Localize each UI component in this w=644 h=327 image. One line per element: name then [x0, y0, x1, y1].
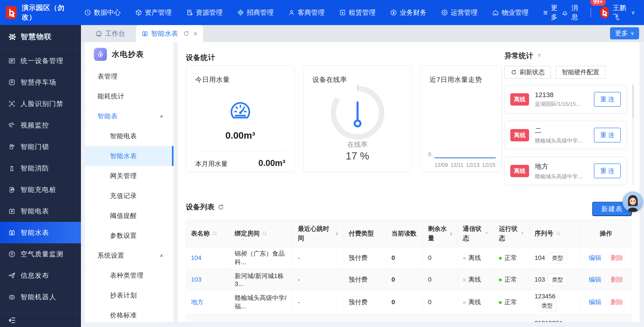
main-content: 设备统计 今日用水量 0.00m³ 本月用水量 0.00m³ 设备在线率 — [178, 42, 640, 322]
user-avatar[interactable] — [600, 6, 609, 18]
filter-funnel-icon[interactable] — [520, 231, 524, 236]
nav-item-customer-mgmt[interactable]: 客商管理 — [288, 8, 325, 17]
user-name[interactable]: 王鹏飞 — [613, 3, 628, 22]
col-comm-status[interactable]: 通信状态 — [458, 220, 494, 247]
sidebar-item-smart-charging[interactable]: 智能充电桩 — [0, 179, 81, 200]
menu-item-threshold-alerts[interactable]: 阈值提醒 — [85, 206, 174, 226]
sidebar-item-smart-robot[interactable]: 智能机器人 — [0, 286, 81, 308]
collapse-sidebar-icon[interactable] — [8, 316, 16, 324]
edit-link[interactable]: 编辑 — [589, 254, 601, 261]
meter-name-link[interactable]: 地方 — [191, 298, 204, 306]
top-nav-menu: 数据中心 资产管理 资源管理 招商管理 客商管理 租赁管理 业务财务 运营管理 … — [84, 8, 528, 17]
sidebar-item-smart-lock[interactable]: 智能门锁 — [0, 136, 81, 158]
nav-more-button[interactable]: ≡更多 — [544, 3, 561, 22]
menu-item-gateway-mgmt[interactable]: 网关管理 — [85, 166, 174, 186]
menu-item-smart-electric-meter[interactable]: 智能电表 — [85, 126, 174, 146]
search-icon[interactable] — [262, 230, 268, 236]
nav-item-investment-mgmt[interactable]: 招商管理 — [237, 8, 274, 17]
sidebar-item-label: 空气质量监测 — [20, 250, 64, 259]
nav-item-lease-mgmt[interactable]: 租赁管理 — [339, 8, 376, 17]
col-meter-name[interactable]: 表名称 — [186, 220, 230, 247]
col-remaining-water[interactable]: 剩余水量▲▼ — [423, 220, 458, 247]
messages-button[interactable]: 消息 99+ — [561, 3, 579, 22]
sidebar-item-air-quality[interactable]: 空气质量监测 — [0, 243, 81, 265]
menu-group-system-settings[interactable]: 系统设置∧ — [85, 246, 174, 266]
sidebar-item-info-publish[interactable]: 信息发布 — [0, 265, 81, 286]
reconnect-button[interactable]: 重 连 — [594, 128, 621, 142]
col-bound-room[interactable]: 绑定房间 — [230, 220, 293, 247]
sidebar-item-smart-electric-meter[interactable]: 智能电表 — [0, 200, 81, 222]
delete-link[interactable]: 删除 — [611, 298, 623, 306]
menu-item-meter-type-mgmt[interactable]: 表种类管理 — [85, 266, 174, 286]
exception-card: 离线 二 赣榆城头高级中学... 重 连 — [504, 121, 626, 150]
reconnect-button[interactable]: 重 连 — [594, 164, 621, 178]
meter-name-link[interactable]: 104 — [191, 254, 202, 261]
meter-name-link[interactable]: 103 — [191, 276, 202, 283]
exception-stats-panel: 异常统计 刷新状态 智能硬件配置 离线 12138 蓝湖国际/1/15/15..… — [504, 51, 630, 185]
reconnect-button[interactable]: 重 连 — [594, 92, 621, 107]
type-tag[interactable]: 类型 — [538, 300, 556, 311]
nav-item-data-center[interactable]: 数据中心 — [84, 8, 121, 17]
sort-icon[interactable]: ▲▼ — [450, 232, 453, 236]
menu-item-reading-plan[interactable]: 抄表计划 — [85, 286, 174, 305]
tabbar-more-button[interactable]: 更多 ∨ — [610, 27, 639, 39]
nav-item-resource-mgmt[interactable]: 资源管理 — [186, 8, 223, 17]
col-run-status[interactable]: 运行状态 — [494, 220, 530, 247]
app-title: 水电抄表 — [112, 49, 144, 60]
sidebar-item-unified-device-mgmt[interactable]: 统一设备管理 — [0, 50, 81, 72]
menu-item-recharge-records[interactable]: 充值记录 — [85, 186, 174, 206]
menu-item-label: 参数设置 — [110, 231, 137, 240]
edit-link[interactable]: 编辑 — [589, 276, 601, 283]
sidebar-item-smart-fire[interactable]: 智能消防 — [0, 158, 81, 179]
edit-link[interactable]: 编辑 — [589, 298, 601, 306]
app-logo[interactable] — [6, 6, 17, 19]
exception-scrollbar[interactable] — [632, 84, 634, 185]
sidebar-item-smart-water-meter[interactable]: 智能水表 — [0, 222, 81, 243]
delete-link[interactable]: 删除 — [611, 276, 623, 283]
messages-label: 消息 — [571, 3, 579, 22]
park-name[interactable]: 演示园区（勿改） — [22, 3, 70, 22]
sidebar-item-label: 智能机器人 — [20, 292, 56, 302]
col-last-heartbeat[interactable]: 最近心跳时间▲▼ — [293, 220, 344, 247]
device-location: 蓝湖国际/1/15/15... — [535, 100, 594, 108]
filter-funnel-icon[interactable] — [484, 231, 489, 236]
robot-icon — [8, 293, 16, 301]
assistant-face-icon — [622, 192, 643, 212]
sort-icon[interactable]: ▲▼ — [336, 232, 339, 236]
type-tag[interactable]: 类型 — [548, 274, 567, 286]
menu-item-price-standard[interactable]: 价格标准 — [85, 305, 174, 322]
filter-funnel-icon[interactable] — [536, 53, 542, 59]
menu-group-smart-meter[interactable]: 智能表∧ — [85, 106, 174, 126]
search-icon[interactable] — [212, 230, 218, 236]
sidebar-item-smart-parking[interactable]: 智慧停车场 — [0, 72, 81, 93]
assistant-avatar[interactable] — [622, 192, 643, 212]
menu-item-smart-water-meter[interactable]: 智能水表 — [85, 146, 174, 166]
tab-workbench[interactable]: 工作台 — [88, 25, 132, 42]
nav-item-operations-mgmt[interactable]: 运营管理 — [441, 8, 478, 17]
user-chevron-down-icon[interactable]: ∨ — [631, 10, 635, 16]
nav-item-property-mgmt[interactable]: 物业管理 — [492, 8, 528, 17]
nav-item-finance[interactable]: 业务财务 — [390, 8, 427, 17]
col-serial[interactable]: 序列号 — [530, 220, 580, 247]
sidebar-item-video-surveillance[interactable]: 视频监控 — [0, 114, 81, 136]
water-gauge-icon — [230, 99, 251, 121]
type-tag[interactable]: 类型 — [548, 252, 567, 264]
menu-item-param-settings[interactable]: 参数设置 — [85, 226, 174, 246]
tab-smart-water-meter[interactable]: 智能水表 × — [136, 25, 203, 42]
menu-item-meter-mgmt[interactable]: 表管理 — [85, 66, 174, 86]
tab-refresh-icon[interactable] — [183, 30, 190, 37]
nav-item-asset-mgmt[interactable]: 资产管理 — [135, 8, 172, 17]
tab-close-icon[interactable]: × — [193, 30, 198, 37]
sidebar-menu: 统一设备管理 智慧停车场 人脸识别门禁 视频监控 智能门锁 智能消防 智能充电桩… — [0, 48, 81, 308]
cell-pay-type: 预付费 — [344, 269, 386, 290]
device-name: 地方 — [535, 162, 594, 171]
refresh-status-button[interactable]: 刷新状态 — [504, 66, 551, 79]
cell-serial: 104类型 — [530, 247, 580, 269]
menu-item-energy-stats[interactable]: 能耗统计 — [85, 86, 174, 106]
delete-link[interactable]: 删除 — [611, 254, 623, 261]
list-refresh-icon[interactable] — [218, 204, 224, 210]
hardware-config-button[interactable]: 智能硬件配置 — [556, 66, 606, 79]
sidebar-item-face-access[interactable]: 人脸识别门禁 — [0, 93, 81, 114]
search-icon[interactable] — [556, 230, 562, 236]
table-header-row: 表名称 绑定房间 最近心跳时间▲▼ 付费类型 当前读数 剩余水量▲▼ 通信状态 … — [186, 220, 632, 247]
